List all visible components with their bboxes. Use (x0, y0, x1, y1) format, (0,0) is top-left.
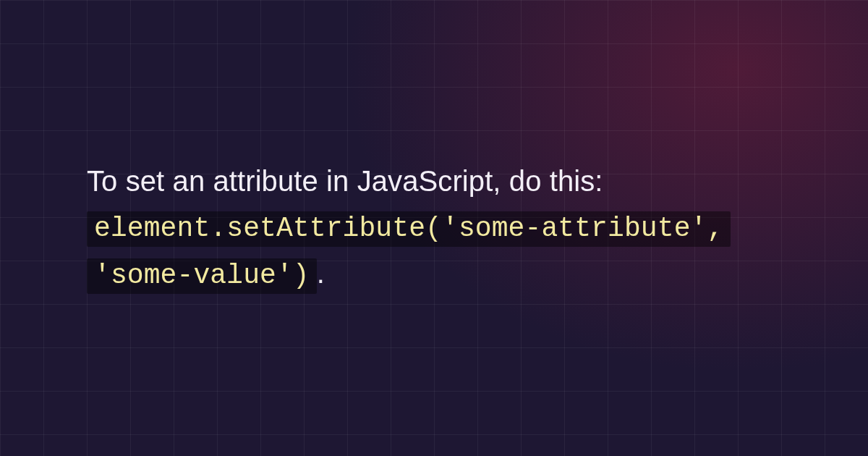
instruction-paragraph: To set an attribute in JavaScript, do th… (87, 159, 781, 297)
intro-text: To set an attribute in JavaScript, do th… (87, 165, 603, 197)
content-block: To set an attribute in JavaScript, do th… (87, 0, 781, 456)
trailing-period: . (317, 257, 325, 289)
code-snippet: element.setAttribute('some-attribute', '… (87, 211, 731, 294)
